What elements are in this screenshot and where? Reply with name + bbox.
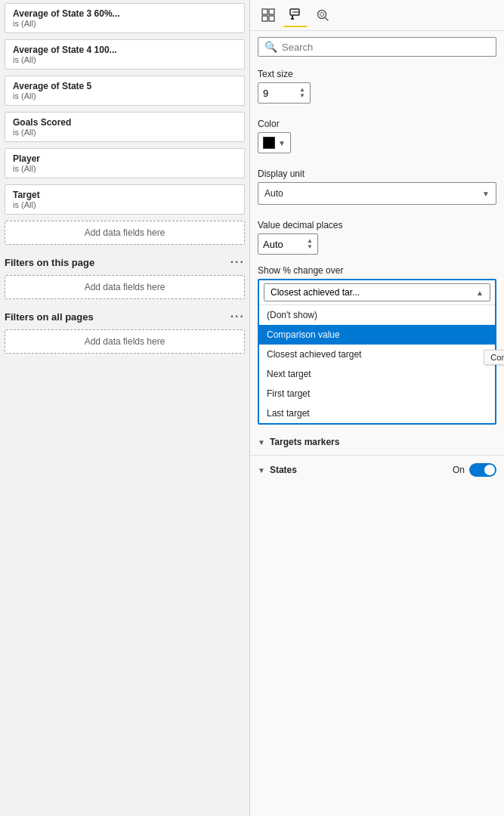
filter-name-state4: Average of State 4 100... [13, 45, 237, 55]
svg-rect-3 [269, 16, 274, 21]
svg-rect-6 [291, 18, 294, 20]
display-unit-arrow: ▼ [482, 190, 490, 198]
color-picker[interactable]: ▼ [258, 132, 291, 153]
svg-point-10 [320, 13, 324, 17]
targets-markers-collapse-icon: ▼ [258, 438, 265, 447]
pct-change-list: (Don't show) Comparison value Closest ac… [259, 304, 495, 423]
show-pct-change-label: Show % change over [258, 265, 496, 276]
pct-option-dont-show[interactable]: (Don't show) [259, 305, 495, 325]
color-section: Color ▼ [250, 113, 504, 162]
filter-value-target: is (All) [13, 200, 237, 209]
filter-value-state3: is (All) [13, 19, 237, 28]
show-pct-change-section: Show % change over Closest achieved tar.… [258, 265, 496, 425]
svg-rect-2 [262, 16, 267, 21]
color-label: Color [258, 119, 496, 129]
spinner-down[interactable]: ▼ [299, 93, 305, 99]
filter-name-target: Target [13, 190, 237, 200]
display-unit-label: Display unit [258, 168, 496, 179]
states-toggle-thumb [484, 465, 495, 475]
svg-rect-0 [262, 9, 267, 14]
search-icon: 🔍 [264, 41, 277, 53]
color-control: ▼ [258, 132, 496, 153]
comparison-value-tooltip: Comparison value [484, 350, 496, 365]
display-unit-section: Display unit Auto ▼ [250, 162, 504, 214]
spinner-arrows[interactable]: ▲ ▼ [299, 87, 305, 99]
add-data-button-page[interactable]: Add data fields here [5, 275, 245, 299]
filter-item-goals[interactable]: Goals Scored is (All) [5, 112, 245, 142]
pct-option-first[interactable]: First target [259, 384, 495, 403]
filter-item-state5[interactable]: Average of State 5 is (All) [5, 76, 245, 106]
display-unit-control: Auto ▼ [258, 182, 496, 205]
states-row: ▼ States On [250, 457, 504, 483]
pct-change-selected-arrow: ▲ [476, 289, 484, 297]
states-toggle-group: On [453, 463, 496, 477]
filter-name-state5: Average of State 5 [13, 81, 237, 91]
search-input[interactable] [282, 42, 490, 53]
left-panel: Average of State 3 60%... is (All) Avera… [0, 0, 250, 816]
color-swatch [263, 137, 275, 149]
text-size-value: 9 [263, 88, 268, 99]
pct-option-last[interactable]: Last target [259, 403, 495, 423]
states-left: ▼ States [258, 465, 297, 475]
filter-value-player: is (All) [13, 164, 237, 173]
filter-item-target[interactable]: Target is (All) [5, 184, 245, 215]
color-dropdown-arrow[interactable]: ▼ [278, 139, 286, 147]
decimal-places-label: Value decimal places [258, 220, 496, 230]
add-data-button-all-pages[interactable]: Add data fields here [5, 329, 245, 354]
filter-item-player[interactable]: Player is (All) [5, 148, 245, 178]
states-label: States [270, 465, 297, 475]
filters-on-all-pages-dots[interactable]: ··· [230, 310, 245, 323]
filter-value-goals: is (All) [13, 128, 237, 137]
states-toggle-label: On [453, 465, 465, 475]
filters-on-all-pages-header: Filters on all pages ··· [0, 302, 249, 326]
filters-on-this-page-dots[interactable]: ··· [230, 255, 245, 269]
filter-value-state5: is (All) [13, 91, 237, 100]
decimal-places-control: Auto ▲ ▼ [258, 233, 496, 255]
divider-states [250, 455, 504, 456]
text-size-section: Text size 9 ▲ ▼ [250, 63, 504, 113]
filters-on-all-pages-label: Filters on all pages [5, 311, 94, 323]
format-icon[interactable] [283, 3, 308, 27]
states-collapse-icon[interactable]: ▼ [258, 466, 265, 474]
display-unit-dropdown[interactable]: Auto ▼ [258, 182, 496, 205]
toolbar [250, 0, 504, 31]
targets-markers-label: Targets markers [270, 437, 340, 447]
grid-icon[interactable] [256, 3, 280, 27]
decimal-spinner-arrows[interactable]: ▲ ▼ [307, 238, 313, 250]
svg-point-8 [318, 11, 326, 19]
filter-name-goals: Goals Scored [13, 117, 237, 128]
pct-option-comparison[interactable]: Comparison value [259, 325, 495, 345]
add-data-button-main[interactable]: Add data fields here [5, 221, 245, 245]
right-panel: 🔍 Text size 9 ▲ ▼ Color ▼ Display unit [250, 0, 504, 816]
decimal-places-spinner[interactable]: Auto ▲ ▼ [258, 233, 318, 255]
filter-item-state3[interactable]: Average of State 3 60%... is (All) [5, 3, 245, 33]
decimal-places-value: Auto [263, 239, 283, 250]
text-size-spinner[interactable]: 9 ▲ ▼ [258, 82, 311, 104]
svg-rect-1 [269, 9, 274, 14]
pct-option-next[interactable]: Next target [259, 364, 495, 384]
analytics-icon[interactable] [311, 3, 335, 27]
pct-option-closest[interactable]: Closest achieved target [259, 345, 495, 364]
search-box[interactable]: 🔍 [258, 37, 496, 57]
decimal-places-section: Value decimal places Auto ▲ ▼ [250, 214, 504, 264]
svg-line-9 [326, 18, 329, 21]
targets-markers-row[interactable]: ▼ Targets markers [250, 431, 504, 453]
filter-value-state4: is (All) [13, 55, 237, 64]
filters-on-this-page-label: Filters on this page [5, 257, 94, 268]
filter-item-state4[interactable]: Average of State 4 100... is (All) [5, 39, 245, 70]
display-unit-value: Auto [264, 188, 283, 199]
show-pct-change-dropdown-popup[interactable]: Closest achieved tar... ▲ (Don't show) C… [258, 279, 496, 425]
filter-name-player: Player [13, 153, 237, 164]
decimal-spinner-down[interactable]: ▼ [307, 244, 313, 250]
states-toggle[interactable] [469, 463, 496, 477]
pct-change-selected-value: Closest achieved tar... [271, 287, 360, 298]
filter-name-state3: Average of State 3 60%... [13, 8, 237, 19]
text-size-control: 9 ▲ ▼ [258, 82, 496, 104]
pct-change-selected-row[interactable]: Closest achieved tar... ▲ [264, 283, 490, 301]
filters-on-this-page-header: Filters on this page ··· [0, 248, 249, 272]
text-size-label: Text size [258, 69, 496, 79]
